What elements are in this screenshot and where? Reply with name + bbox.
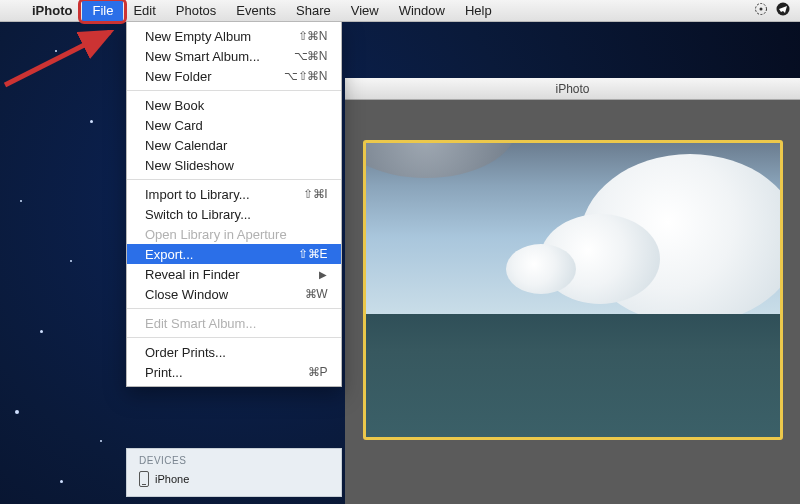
file-dropdown-menu: New Empty Album⇧⌘NNew Smart Album...⌥⌘NN… — [126, 22, 342, 387]
selected-photo[interactable] — [363, 140, 783, 440]
menu-item-label: New Calendar — [145, 138, 327, 153]
phone-icon — [139, 471, 149, 487]
menu-item-shortcut: ⌥⌘N — [294, 49, 327, 63]
menu-item-shortcut: ⇧⌘E — [298, 247, 327, 261]
menu-item-label: New Empty Album — [145, 29, 298, 44]
sidebar-item-label: iPhone — [155, 473, 189, 485]
menu-item-switch-to-library[interactable]: Switch to Library... — [127, 204, 341, 224]
dashed-circle-icon — [754, 2, 768, 16]
menu-item-import-to-library[interactable]: Import to Library...⇧⌘I — [127, 184, 341, 204]
app-name[interactable]: iPhoto — [22, 3, 82, 18]
menubar: iPhoto FileEditPhotosEventsShareViewWind… — [0, 0, 800, 22]
menu-file[interactable]: File — [82, 0, 123, 22]
menu-item-label: Export... — [145, 247, 298, 262]
sidebar-item-iphone[interactable]: iPhone — [127, 470, 341, 488]
menu-item-new-smart-album[interactable]: New Smart Album...⌥⌘N — [127, 46, 341, 66]
menu-item-order-prints[interactable]: Order Prints... — [127, 342, 341, 362]
menu-separator — [127, 179, 341, 180]
menu-item-new-book[interactable]: New Book — [127, 95, 341, 115]
window-title: iPhoto — [555, 82, 589, 96]
menu-item-close-window[interactable]: Close Window⌘W — [127, 284, 341, 304]
menu-events[interactable]: Events — [226, 0, 286, 22]
menu-item-label: Close Window — [145, 287, 305, 302]
menu-item-label: Reveal in Finder — [145, 267, 313, 282]
menu-item-shortcut: ⇧⌘I — [303, 187, 327, 201]
menu-item-edit-smart-album: Edit Smart Album... — [127, 313, 341, 333]
menu-item-label: Order Prints... — [145, 345, 327, 360]
menu-item-label: New Folder — [145, 69, 284, 84]
menu-item-reveal-in-finder[interactable]: Reveal in Finder▶ — [127, 264, 341, 284]
menu-edit[interactable]: Edit — [123, 0, 165, 22]
menu-photos[interactable]: Photos — [166, 0, 226, 22]
menu-item-label: Edit Smart Album... — [145, 316, 327, 331]
svg-line-3 — [5, 32, 110, 85]
sidebar-section-label: DEVICES — [127, 455, 341, 470]
window-content — [345, 100, 800, 504]
menu-window[interactable]: Window — [389, 0, 455, 22]
menu-separator — [127, 337, 341, 338]
iphoto-window: iPhoto — [345, 78, 800, 504]
menu-view[interactable]: View — [341, 0, 389, 22]
menu-item-open-library-in-aperture: Open Library in Aperture — [127, 224, 341, 244]
annotation-highlight — [78, 0, 127, 24]
menu-item-new-card[interactable]: New Card — [127, 115, 341, 135]
telegram-icon — [776, 2, 790, 16]
window-titlebar[interactable]: iPhoto — [345, 78, 800, 100]
annotation-arrow — [0, 30, 120, 90]
menu-item-label: New Card — [145, 118, 327, 133]
menu-item-shortcut: ⇧⌘N — [298, 29, 327, 43]
menu-item-new-empty-album[interactable]: New Empty Album⇧⌘N — [127, 26, 341, 46]
menu-item-label: Open Library in Aperture — [145, 227, 327, 242]
menu-item-label: Import to Library... — [145, 187, 303, 202]
menu-item-label: New Slideshow — [145, 158, 327, 173]
menu-item-new-calendar[interactable]: New Calendar — [127, 135, 341, 155]
menu-item-label: New Book — [145, 98, 327, 113]
status-icon-1[interactable] — [750, 2, 772, 19]
status-icon-2[interactable] — [772, 2, 794, 19]
menu-item-label: Switch to Library... — [145, 207, 327, 222]
menu-item-shortcut: ⌘P — [308, 365, 327, 379]
submenu-arrow-icon: ▶ — [319, 269, 327, 280]
menu-item-label: New Smart Album... — [145, 49, 294, 64]
svg-point-1 — [760, 8, 763, 11]
menu-item-new-folder[interactable]: New Folder⌥⇧⌘N — [127, 66, 341, 86]
menu-item-new-slideshow[interactable]: New Slideshow — [127, 155, 341, 175]
menu-item-print[interactable]: Print...⌘P — [127, 362, 341, 382]
menu-separator — [127, 90, 341, 91]
menu-item-label: Print... — [145, 365, 308, 380]
menu-item-export[interactable]: Export...⇧⌘E — [127, 244, 341, 264]
menu-help[interactable]: Help — [455, 0, 502, 22]
menu-share[interactable]: Share — [286, 0, 341, 22]
menu-item-shortcut: ⌘W — [305, 287, 327, 301]
menu-separator — [127, 308, 341, 309]
menu-item-shortcut: ⌥⇧⌘N — [284, 69, 327, 83]
sidebar-devices-section: DEVICES iPhone — [126, 448, 342, 497]
